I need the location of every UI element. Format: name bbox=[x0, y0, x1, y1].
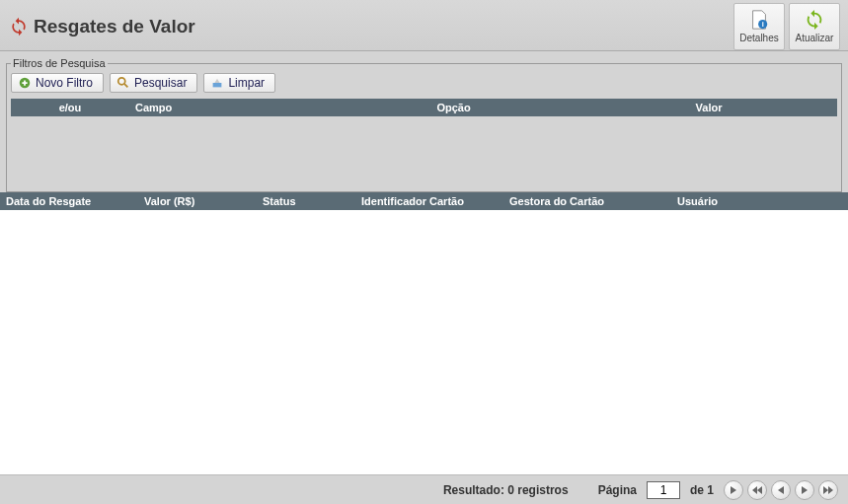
data-col-gestora[interactable]: Gestora do Cartão bbox=[503, 193, 671, 209]
detalhes-label: Detalhes bbox=[739, 33, 778, 43]
limpar-label: Limpar bbox=[228, 76, 265, 90]
rewind-button[interactable] bbox=[747, 480, 767, 500]
pesquisar-label: Pesquisar bbox=[134, 76, 187, 90]
refresh-icon bbox=[802, 9, 827, 31]
fast-forward-button[interactable] bbox=[818, 480, 838, 500]
plus-icon bbox=[18, 76, 32, 90]
data-col-data-resgate[interactable]: Data do Resgate bbox=[0, 193, 138, 209]
detalhes-button[interactable]: i Detalhes bbox=[733, 3, 785, 50]
filter-columns-header: e/ou Campo Opção Valor bbox=[11, 99, 837, 116]
page-header: Resgates de Valor i Detalhes Atualizar bbox=[0, 0, 848, 51]
double-triangle-left-icon bbox=[752, 486, 762, 494]
filter-col-opcao[interactable]: Opção bbox=[327, 100, 580, 115]
data-col-status[interactable]: Status bbox=[257, 193, 355, 209]
double-triangle-right-icon bbox=[823, 486, 833, 494]
data-col-valor[interactable]: Valor (R$) bbox=[138, 193, 257, 209]
pesquisar-button[interactable]: Pesquisar bbox=[110, 73, 197, 93]
filters-legend: Filtros de Pesquisa bbox=[11, 57, 108, 69]
svg-line-4 bbox=[124, 84, 128, 88]
page-title: Resgates de Valor bbox=[34, 16, 730, 37]
page-label: Página bbox=[598, 483, 637, 497]
limpar-button[interactable]: Limpar bbox=[203, 73, 275, 93]
pagination-controls bbox=[724, 480, 838, 500]
svg-point-3 bbox=[118, 78, 125, 85]
filter-rows-container bbox=[11, 116, 837, 185]
data-col-identificador[interactable]: Identificador Cartão bbox=[355, 193, 503, 209]
filter-col-valor[interactable]: Valor bbox=[580, 100, 837, 115]
atualizar-label: Atualizar bbox=[796, 33, 834, 43]
novo-filtro-label: Novo Filtro bbox=[36, 76, 93, 90]
svg-rect-5 bbox=[213, 83, 222, 87]
result-count: Resultado: 0 registros bbox=[443, 483, 569, 497]
filter-col-campo[interactable]: Campo bbox=[129, 100, 327, 115]
refresh-logo-icon bbox=[8, 16, 30, 37]
next-page-button-2[interactable] bbox=[795, 480, 814, 500]
document-info-icon: i bbox=[747, 9, 771, 31]
data-col-usuario[interactable]: Usuário bbox=[671, 193, 848, 209]
footer-bar: Resultado: 0 registros Página de 1 bbox=[0, 474, 848, 504]
clear-icon bbox=[210, 76, 224, 90]
prev-page-button[interactable] bbox=[771, 480, 791, 500]
atualizar-button[interactable]: Atualizar bbox=[789, 3, 840, 50]
data-table: Data do Resgate Valor (R$) Status Identi… bbox=[0, 192, 848, 474]
next-page-button[interactable] bbox=[724, 480, 743, 500]
triangle-right-icon bbox=[730, 486, 737, 494]
filters-button-row: Novo Filtro Pesquisar Limpar bbox=[11, 73, 837, 93]
search-icon bbox=[116, 76, 130, 90]
triangle-left-icon bbox=[777, 486, 785, 494]
page-of-label: de 1 bbox=[690, 483, 714, 497]
triangle-right-icon bbox=[801, 486, 809, 494]
svg-text:i: i bbox=[762, 20, 764, 29]
page-number-input[interactable] bbox=[647, 481, 680, 499]
data-columns-header: Data do Resgate Valor (R$) Status Identi… bbox=[0, 192, 848, 210]
filters-fieldset: Filtros de Pesquisa Novo Filtro Pesquisa… bbox=[6, 57, 842, 192]
data-rows-container bbox=[0, 210, 848, 474]
novo-filtro-button[interactable]: Novo Filtro bbox=[11, 73, 104, 93]
filter-col-eou[interactable]: e/ou bbox=[11, 100, 129, 115]
